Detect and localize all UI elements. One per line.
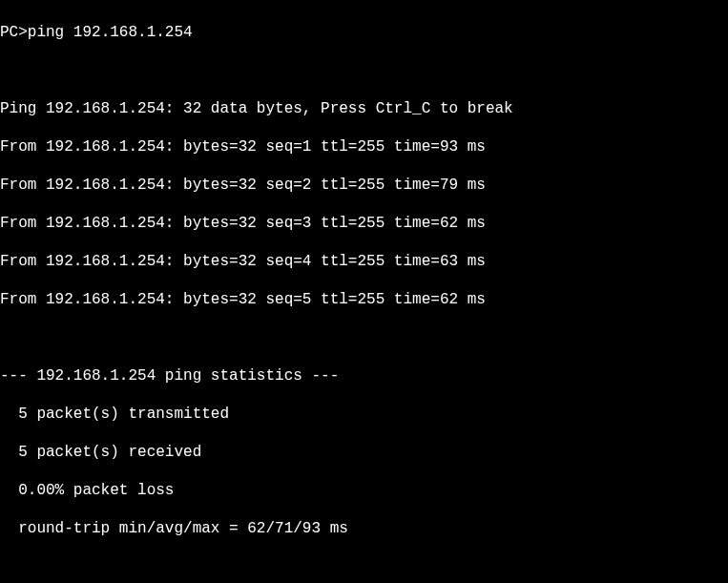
blank-line — [0, 328, 728, 347]
stats-line: round-trip min/avg/max = 62/71/93 ms — [0, 519, 728, 538]
stats-header: --- 192.168.1.254 ping statistics --- — [0, 366, 728, 385]
blank-line — [0, 557, 728, 576]
ping-reply: From 192.168.1.254: bytes=32 seq=1 ttl=2… — [0, 137, 728, 156]
prompt: PC> — [0, 24, 28, 41]
stats-line: 5 packet(s) received — [0, 443, 728, 462]
ping-header: Ping 192.168.1.254: 32 data bytes, Press… — [0, 99, 728, 118]
ping-reply: From 192.168.1.254: bytes=32 seq=4 ttl=2… — [0, 252, 728, 271]
ping-reply: From 192.168.1.254: bytes=32 seq=2 ttl=2… — [0, 176, 728, 195]
stats-line: 5 packet(s) transmitted — [0, 405, 728, 424]
ping-reply: From 192.168.1.254: bytes=32 seq=5 ttl=2… — [0, 290, 728, 309]
terminal-output[interactable]: PC>ping 192.168.1.254 Ping 192.168.1.254… — [0, 0, 728, 583]
blank-line — [0, 61, 728, 80]
command-line: PC>ping 192.168.1.254 — [0, 23, 728, 42]
stats-line: 0.00% packet loss — [0, 481, 728, 500]
command-text: ping 192.168.1.254 — [28, 24, 193, 41]
ping-reply: From 192.168.1.254: bytes=32 seq=3 ttl=2… — [0, 214, 728, 233]
